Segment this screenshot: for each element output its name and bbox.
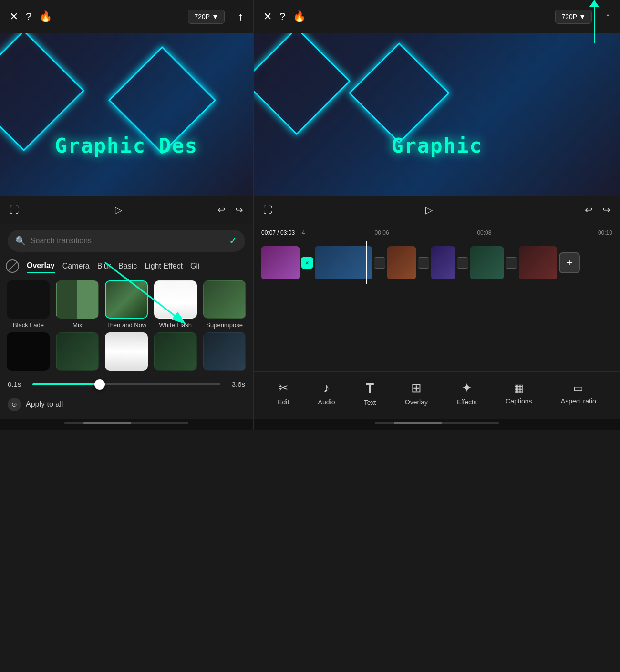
- transition-marker-4[interactable]: [457, 257, 468, 269]
- apply-all-label: Apply to all: [26, 400, 63, 409]
- row2-thumb-5: [203, 332, 246, 371]
- clip-4[interactable]: [431, 246, 455, 279]
- slider-fill: [32, 383, 98, 385]
- left-ctrl-group-center: ▷: [115, 204, 122, 216]
- time-marker-6: 00:06: [356, 229, 407, 236]
- transition-marker-1[interactable]: ✕: [301, 257, 313, 269]
- left-ctrl-group-left: ⛶: [10, 205, 19, 216]
- black-fade-thumb: [7, 280, 50, 319]
- left-fire-icon: 🔥: [39, 10, 52, 23]
- left-help-button[interactable]: ?: [26, 10, 31, 23]
- add-clip-button[interactable]: +: [559, 252, 580, 273]
- transition-row2-5[interactable]: [202, 332, 247, 371]
- white-flash-label: White Flash: [159, 321, 192, 329]
- search-bar: 🔍 ✓: [8, 230, 245, 252]
- right-close-button[interactable]: ✕: [263, 10, 272, 23]
- right-help-button[interactable]: ?: [279, 10, 285, 23]
- left-redo-button[interactable]: ↪: [235, 204, 243, 216]
- left-upload-button[interactable]: ↑: [238, 10, 243, 23]
- transition-row2-3[interactable]: [104, 332, 149, 371]
- right-fullscreen-button[interactable]: ⛶: [263, 205, 273, 216]
- transition-row2-2[interactable]: [55, 332, 100, 371]
- confirm-icon[interactable]: ✓: [229, 235, 238, 247]
- left-quality-button[interactable]: 720P ▼: [188, 10, 225, 24]
- right-video-bg: Graphic: [254, 33, 620, 196]
- left-video-preview: Graphic Des: [0, 33, 253, 196]
- search-input[interactable]: [31, 237, 224, 245]
- then-and-now-thumb: [105, 280, 148, 319]
- right-quality-button[interactable]: 720P ▼: [555, 10, 592, 24]
- then-and-now-label: Then and Now: [106, 321, 147, 329]
- clip-3[interactable]: [387, 246, 416, 279]
- clip-6[interactable]: [519, 246, 557, 279]
- aspect-ratio-icon: ▭: [573, 382, 583, 394]
- tab-light-effect[interactable]: Light Effect: [145, 260, 183, 272]
- superimpose-label: Superimpose: [206, 321, 243, 329]
- toolbar-effects[interactable]: ✦ Effects: [456, 381, 477, 406]
- effects-label: Effects: [456, 398, 477, 406]
- row2-thumb-4: [154, 332, 197, 371]
- duration-start-label: 0.1s: [8, 380, 27, 388]
- apply-all-button[interactable]: ⊙ Apply to all: [0, 394, 253, 419]
- transition-then-and-now[interactable]: Then and Now: [104, 280, 149, 329]
- edit-label: Edit: [278, 398, 289, 406]
- transition-row2-1[interactable]: [6, 332, 51, 371]
- playhead: [366, 241, 367, 284]
- right-panel-header: ✕ ? 🔥 720P ▼ ↑: [254, 0, 620, 33]
- toolbar-text[interactable]: T Text: [364, 381, 376, 406]
- tab-overlay[interactable]: Overlay: [27, 259, 55, 273]
- left-ctrl-group-right: ↩ ↪: [217, 204, 243, 216]
- apply-all-icon: ⊙: [8, 398, 21, 411]
- right-play-button[interactable]: ▷: [425, 204, 433, 216]
- overlay-label: Overlay: [405, 398, 428, 406]
- tab-basic[interactable]: Basic: [118, 260, 137, 272]
- transition-marker-2[interactable]: [374, 257, 385, 269]
- right-ctrl-group-center: ▷: [425, 204, 433, 216]
- transition-marker-5[interactable]: [506, 257, 517, 269]
- transition-superimpose[interactable]: Superimpose: [202, 280, 247, 329]
- transition-black-fade[interactable]: Black Fade: [6, 280, 51, 329]
- timeline-area: 00:07 / 03:03 ·4 00:06 00:08 00:10 ✕: [254, 224, 620, 371]
- right-controls-bar: ⛶ ▷ ↩ ↪: [254, 196, 620, 224]
- transition-mix[interactable]: Mix: [55, 280, 100, 329]
- right-scrollbar-track[interactable]: [375, 422, 499, 424]
- toolbar-audio[interactable]: ♪ Audio: [318, 381, 335, 406]
- left-undo-button[interactable]: ↩: [217, 204, 226, 216]
- effects-icon: ✦: [462, 381, 472, 395]
- right-upload-button[interactable]: ↑: [605, 10, 610, 23]
- toolbar-aspect-ratio[interactable]: ▭ Aspect ratio: [561, 382, 596, 405]
- tab-camera[interactable]: Camera: [62, 260, 90, 272]
- left-close-button[interactable]: ✕: [10, 10, 18, 23]
- mix-thumb: [56, 280, 99, 319]
- overlay-icon: ⊞: [411, 381, 422, 395]
- clip-2[interactable]: [315, 246, 372, 279]
- no-transition-button[interactable]: [6, 259, 19, 273]
- duration-slider-track[interactable]: [32, 383, 220, 385]
- right-video-text: Graphic: [391, 134, 482, 157]
- tab-blur[interactable]: Blur: [97, 260, 111, 272]
- left-scrollbar-track[interactable]: [64, 422, 188, 424]
- clip-1[interactable]: [261, 246, 300, 279]
- clip-5[interactable]: [470, 246, 504, 279]
- toolbar-overlay[interactable]: ⊞ Overlay: [405, 381, 428, 406]
- timeline-ruler: 00:07 / 03:03 ·4 00:06 00:08 00:10: [254, 224, 620, 241]
- slider-thumb[interactable]: [94, 379, 105, 390]
- right-undo-button[interactable]: ↩: [585, 204, 593, 216]
- transition-row2-4[interactable]: [153, 332, 198, 371]
- captions-label: Captions: [506, 397, 532, 405]
- right-bottom-scrollbar: [254, 419, 620, 430]
- transition-marker-3[interactable]: [418, 257, 429, 269]
- right-scrollbar-thumb[interactable]: [394, 422, 442, 424]
- left-fullscreen-button[interactable]: ⛶: [10, 205, 19, 216]
- left-scrollbar-thumb[interactable]: [83, 422, 131, 424]
- transition-white-flash[interactable]: White Flash: [153, 280, 198, 329]
- toolbar-captions[interactable]: ▦ Captions: [506, 382, 532, 405]
- text-icon: T: [366, 381, 374, 396]
- tab-gli[interactable]: Gli: [190, 260, 200, 272]
- transition-grid-row1: Black Fade Mix Then and Now White Flash …: [0, 277, 253, 332]
- neon-diamond-right-2: [349, 42, 450, 144]
- duration-end-label: 3.6s: [226, 380, 245, 388]
- toolbar-edit[interactable]: ✂ Edit: [278, 381, 289, 406]
- left-play-button[interactable]: ▷: [115, 204, 122, 216]
- right-redo-button[interactable]: ↪: [602, 204, 610, 216]
